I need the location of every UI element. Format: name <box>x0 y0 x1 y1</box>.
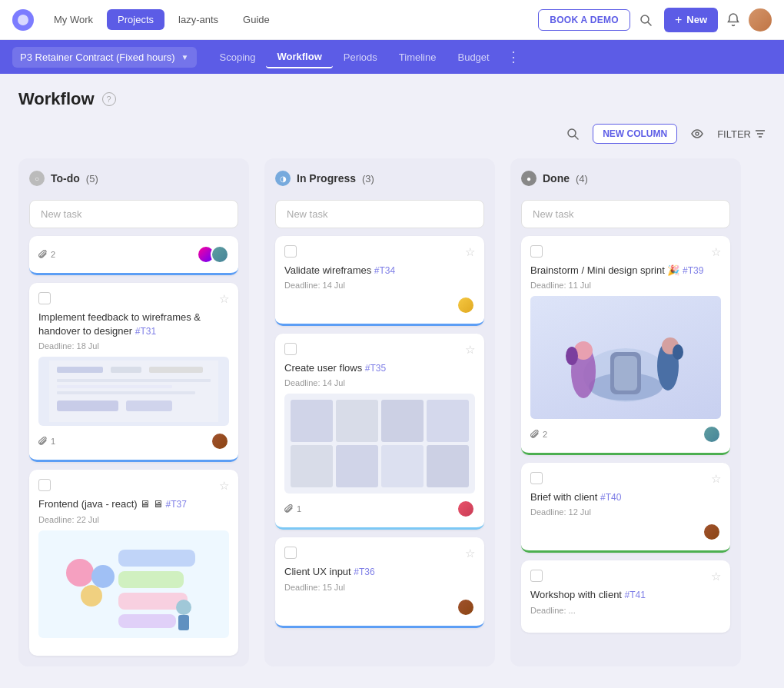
card-tag: #T35 <box>365 363 386 374</box>
card-image-design-sprint <box>530 296 721 419</box>
column-done-count: (4) <box>576 173 588 184</box>
star-icon[interactable]: ☆ <box>219 479 229 493</box>
svg-point-20 <box>81 585 102 607</box>
card-avatar-group <box>457 598 475 617</box>
star-icon[interactable]: ☆ <box>465 547 475 560</box>
app-logo[interactable] <box>12 9 34 31</box>
subnav-periods[interactable]: Periods <box>333 47 388 68</box>
card-deadline: Deadline: 18 Jul <box>38 341 229 351</box>
card-avatar <box>457 598 475 617</box>
book-demo-button[interactable]: BOOK A DEMO <box>538 9 630 31</box>
project-selector[interactable]: P3 Retainer Contract (Fixed hours) ▼ <box>12 47 197 68</box>
card-top: ☆ <box>284 245 475 259</box>
card-avatar <box>703 425 721 444</box>
subnav-budget[interactable]: Budget <box>447 47 500 68</box>
card-avatar-group <box>211 432 229 450</box>
card-tag: #T39 <box>683 265 703 276</box>
chevron-down-icon: ▼ <box>181 53 189 61</box>
card-title: Implement feedback to wireframes & hando… <box>38 311 229 338</box>
search-button[interactable] <box>560 121 585 146</box>
new-column-button[interactable]: NEW COLUMN <box>593 124 677 144</box>
card-avatar-group <box>197 245 229 264</box>
task-card-t34: ☆ Validate wireframes #T34 Deadline: 14 … <box>275 236 484 326</box>
nav-tab-guide[interactable]: Guide <box>232 9 281 30</box>
card-title: Frontend (java - react) 🖥 🖥 #T37 <box>38 497 229 511</box>
svg-line-1 <box>648 22 651 25</box>
task-checkbox[interactable] <box>530 570 543 582</box>
column-todo: ○ To-do (5) New task 2 <box>18 158 249 666</box>
todo-status-icon: ○ <box>29 171 45 186</box>
nav-tab-projects[interactable]: Projects <box>107 9 164 30</box>
star-icon[interactable]: ☆ <box>219 292 229 306</box>
task-checkbox[interactable] <box>530 245 543 258</box>
nav-tab-mywork[interactable]: My Work <box>43 9 104 30</box>
task-card-t35: ☆ Create user flows #T35 Deadline: 14 Ju… <box>275 334 484 530</box>
card-avatar <box>703 523 721 541</box>
plus-icon: + <box>675 13 682 27</box>
star-icon[interactable]: ☆ <box>711 570 721 583</box>
svg-rect-9 <box>57 367 103 373</box>
svg-rect-21 <box>118 550 195 567</box>
task-card-t39: ☆ Brainstorm / Mini design sprint 🎉 #T39… <box>521 236 730 455</box>
task-card-t37: ☆ Frontend (java - react) 🖥 🖥 #T37 Deadl… <box>29 470 238 655</box>
card-footer <box>284 598 475 617</box>
card-title: Brainstorm / Mini design sprint 🎉 #T39 <box>530 264 721 278</box>
subnav-scoping[interactable]: Scoping <box>209 47 267 68</box>
task-checkbox[interactable] <box>284 547 297 559</box>
task-card-attachment: 2 <box>29 236 238 275</box>
card-image-wireframe <box>38 357 229 426</box>
task-card-t40: ☆ Brief with client #T40 Deadline: 12 Ju… <box>521 463 730 553</box>
column-todo-header: ○ To-do (5) <box>29 169 238 192</box>
column-inprogress-header: ◑ In Progress (3) <box>275 169 484 192</box>
card-image-frontend <box>38 530 229 638</box>
inprogress-status-icon: ◑ <box>275 171 291 186</box>
view-options-icon[interactable] <box>685 121 709 146</box>
svg-rect-15 <box>57 401 118 411</box>
star-icon[interactable]: ☆ <box>711 245 721 259</box>
card-tag: #T34 <box>374 265 395 276</box>
task-checkbox[interactable] <box>284 245 297 258</box>
todo-new-task-input[interactable]: New task <box>29 200 238 228</box>
more-options-icon[interactable]: ⋮ <box>500 44 527 70</box>
new-button[interactable]: + New <box>664 8 718 32</box>
star-icon[interactable]: ☆ <box>711 472 721 486</box>
inprogress-new-task-input[interactable]: New task <box>275 200 484 228</box>
card-tag: #T37 <box>165 499 186 510</box>
task-checkbox[interactable] <box>530 472 543 484</box>
filter-button[interactable]: FILTER <box>717 128 766 140</box>
nav-tab-lazyants[interactable]: lazy-ants <box>168 9 229 30</box>
notification-icon[interactable] <box>721 8 746 32</box>
star-icon[interactable]: ☆ <box>465 245 475 259</box>
card-top: ☆ <box>284 547 475 560</box>
page-content: Workflow ? NEW COLUMN FILTER ○ To-do (5)… <box>0 74 784 688</box>
search-icon[interactable] <box>633 8 658 32</box>
subnav-timeline[interactable]: Timeline <box>388 47 447 68</box>
done-new-task-input[interactable]: New task <box>521 200 730 228</box>
subnav-workflow[interactable]: Workflow <box>266 46 332 68</box>
user-avatar[interactable] <box>749 8 772 32</box>
star-icon[interactable]: ☆ <box>465 343 475 357</box>
task-checkbox[interactable] <box>38 292 51 304</box>
task-checkbox[interactable] <box>38 479 51 491</box>
card-avatar-group <box>703 523 721 541</box>
sub-nav: P3 Retainer Contract (Fixed hours) ▼ Sco… <box>0 40 784 74</box>
task-card-t36: ☆ Client UX input #T36 Deadline: 15 Jul <box>275 537 484 627</box>
svg-point-25 <box>176 600 191 615</box>
card-top: ☆ <box>38 479 229 493</box>
card-tag: #T36 <box>354 567 374 577</box>
svg-rect-36 <box>614 356 637 391</box>
card-tag: #T40 <box>600 492 621 503</box>
help-icon[interactable]: ? <box>102 92 116 106</box>
svg-rect-10 <box>111 367 141 373</box>
card-avatar <box>457 500 475 518</box>
card-footer <box>530 523 721 541</box>
svg-point-31 <box>566 347 578 365</box>
card-deadline: Deadline: 22 Jul <box>38 515 229 524</box>
card-deadline: Deadline: 14 Jul <box>284 281 475 290</box>
top-nav: My Work Projects lazy-ants Guide BOOK A … <box>0 0 784 40</box>
card-title: Client UX input #T36 <box>284 565 475 579</box>
column-done-title: Done <box>543 172 570 184</box>
task-checkbox[interactable] <box>284 343 297 355</box>
svg-point-19 <box>91 565 115 588</box>
card-top: ☆ <box>38 292 229 306</box>
